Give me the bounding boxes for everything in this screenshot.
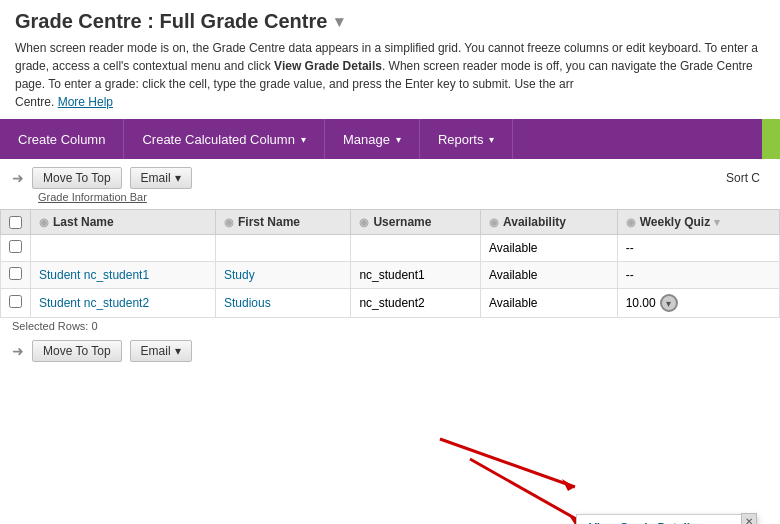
red-arrows-overlay [390, 429, 610, 524]
email-button[interactable]: Email ▾ [130, 167, 192, 189]
col-header-availability: Availability [503, 215, 566, 229]
row2-firstname[interactable]: Study [215, 262, 350, 289]
title-text: Grade Centre : Full Grade Centre [15, 10, 327, 33]
col-header-weeklyquiz: Weekly Quiz [640, 215, 710, 229]
grade-information-bar[interactable]: Grade Information Bar [0, 191, 780, 209]
col-header-username: Username [373, 215, 431, 229]
row2-username: nc_student1 [351, 262, 481, 289]
grade-table: ◉ Last Name ◉ First Name ◉ Username [0, 209, 780, 318]
col-icon-lastname: ◉ [39, 216, 49, 229]
toolbar: Create Column Create Calculated Column ▾… [0, 119, 780, 159]
col-icon-weeklyquiz: ◉ [626, 216, 636, 229]
row1-username [351, 235, 481, 262]
table-row: Student nc_student1 Study nc_student1 Av… [1, 262, 780, 289]
row2-weeklyquiz: -- [617, 262, 779, 289]
sort-label: Sort C [726, 171, 768, 185]
row3-firstname[interactable]: Studious [215, 289, 350, 318]
col-chevron-weeklyquiz: ▾ [714, 216, 720, 229]
row1-checkbox[interactable] [9, 240, 22, 253]
create-column-button[interactable]: Create Column [0, 119, 124, 159]
create-calculated-column-button[interactable]: Create Calculated Column ▾ [124, 119, 324, 159]
table-row: Student nc_student2 Studious nc_student2… [1, 289, 780, 318]
context-menu-wrapper: ✕ View Grade Details Quick Comment Equic… [576, 514, 756, 524]
table-row: Available -- [1, 235, 780, 262]
top-action-bar: ➜ Move To Top Email ▾ Sort C [0, 159, 780, 191]
row3-lastname[interactable]: Student nc_student2 [31, 289, 216, 318]
selected-rows-label: Selected Rows: 0 [0, 318, 780, 336]
row1-weeklyquiz: -- [617, 235, 779, 262]
page-title: Grade Centre : Full Grade Centre ▾ [0, 0, 780, 37]
col-icon-availability: ◉ [489, 216, 499, 229]
row3-availability: Available [480, 289, 617, 318]
create-calculated-chevron-icon: ▾ [301, 134, 306, 145]
row2-availability: Available [480, 262, 617, 289]
row1-availability: Available [480, 235, 617, 262]
bottom-email-button[interactable]: Email ▾ [130, 340, 192, 362]
row2-lastname[interactable]: Student nc_student1 [31, 262, 216, 289]
reports-button[interactable]: Reports ▾ [420, 119, 514, 159]
bottom-email-chevron-icon: ▾ [175, 344, 181, 358]
grade-dropdown-button[interactable]: ▾ [660, 294, 678, 312]
context-menu: View Grade Details Quick Comment Equick … [576, 514, 756, 524]
svg-line-2 [470, 459, 585, 524]
row3-username: nc_student2 [351, 289, 481, 318]
bottom-action-bar: ➜ Move To Top Email ▾ [0, 336, 780, 366]
bottom-move-to-top-button[interactable]: Move To Top [32, 340, 122, 362]
more-help-link[interactable]: More Help [58, 95, 113, 109]
svg-line-0 [440, 439, 575, 487]
manage-button[interactable]: Manage ▾ [325, 119, 420, 159]
manage-chevron-icon: ▾ [396, 134, 401, 145]
svg-marker-1 [562, 479, 575, 491]
select-all-checkbox[interactable] [9, 216, 22, 229]
col-icon-firstname: ◉ [224, 216, 234, 229]
col-header-lastname: Last Name [53, 215, 114, 229]
row3-weeklyquiz: 10.00 ▾ [617, 289, 779, 318]
action-bar-arrow-icon: ➜ [12, 170, 24, 186]
move-to-top-button[interactable]: Move To Top [32, 167, 122, 189]
context-menu-view-grade-details[interactable]: View Grade Details [577, 515, 755, 524]
col-header-firstname: First Name [238, 215, 300, 229]
context-menu-close-button[interactable]: ✕ [741, 513, 757, 524]
title-chevron-icon: ▾ [335, 12, 343, 31]
row1-lastname [31, 235, 216, 262]
row1-firstname [215, 235, 350, 262]
page-description: When screen reader mode is on, the Grade… [0, 37, 780, 119]
col-icon-username: ◉ [359, 216, 369, 229]
email-chevron-icon: ▾ [175, 171, 181, 185]
bottom-arrow-icon: ➜ [12, 343, 24, 359]
reports-chevron-icon: ▾ [489, 134, 494, 145]
row2-checkbox[interactable] [9, 267, 22, 280]
row3-checkbox[interactable] [9, 295, 22, 308]
